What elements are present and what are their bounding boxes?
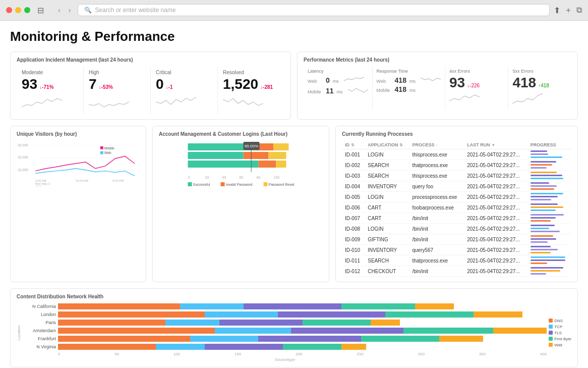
- table-row: ID-004 INVENTORY query foo 2021-05-04T02…: [342, 181, 571, 192]
- svg-text:40: 40: [222, 176, 226, 179]
- cdn-tcp-label: TCP: [554, 325, 562, 329]
- metric-label-high: High: [89, 70, 145, 75]
- table-row: ID-001 LOGIN thisprocess.exe 2021-05-04T…: [342, 149, 571, 160]
- cdn-dns-paris: [58, 320, 165, 326]
- row-1: Application Incident Management (last 24…: [10, 51, 578, 120]
- cdn-loc-london: London: [23, 312, 56, 317]
- toolbar-right: ⬆ ＋ ⧉: [554, 5, 582, 16]
- progress-bars: [531, 225, 568, 233]
- cdn-loc-nvirginia: N Virginia: [23, 344, 56, 349]
- cdn-tls-paris: [219, 320, 303, 326]
- errors5xx-val: 418: [512, 75, 536, 91]
- mobile-latency-unit: ms: [337, 89, 343, 94]
- cell-process: foobarprocess.exe: [409, 202, 464, 213]
- cell-process: /bin/init: [409, 266, 464, 277]
- forward-button[interactable]: ›: [66, 5, 74, 15]
- metric-critical: Critical 0 ↓-1: [151, 67, 218, 114]
- col-lastrun: LAST RUN ▼: [464, 141, 527, 149]
- maximize-button[interactable]: [24, 7, 30, 13]
- cdn-dns-label: DNS: [554, 319, 563, 323]
- sparkline-resolved: [223, 94, 263, 110]
- cdn-dns-amsterdam: [58, 328, 215, 334]
- svg-text:100: 100: [274, 176, 280, 179]
- cell-app: CHECKOUT: [365, 266, 409, 277]
- svg-rect-35: [221, 182, 225, 186]
- cell-app: SEARCH: [365, 160, 409, 171]
- svg-text:Web: Web: [104, 151, 111, 154]
- progress-bar: [531, 156, 562, 158]
- tabs-icon[interactable]: ⧉: [576, 6, 582, 15]
- cdn-row-nvirginia: N Virginia: [23, 344, 547, 350]
- svg-text:0: 0: [188, 176, 190, 179]
- processes-card: Currently Running Processes ID ⇅ APPLICA…: [335, 126, 578, 282]
- mobile-response-val: 418: [395, 85, 406, 93]
- sidebar-toggle-button[interactable]: ⊟: [34, 5, 47, 16]
- cdn-tcp-frankfurt: [190, 336, 259, 342]
- cdn-title: Content Distribution Network Health: [17, 294, 571, 299]
- progress-bar: [531, 262, 547, 264]
- col-process: PROCESS ↑: [409, 141, 464, 149]
- cell-lastrun: 2021-05-04T02:29:27...: [464, 224, 527, 234]
- progress-bar: [531, 196, 558, 197]
- cdn-tls-nvirginia: [205, 344, 283, 350]
- cell-progress: [527, 234, 571, 245]
- cdn-wait-icon: [549, 343, 553, 347]
- cdn-loc-ncal: N California: [23, 304, 56, 309]
- cdn-x-250: 250: [357, 352, 363, 356]
- table-row: ID-010 INVENTORY query567 2021-05-04T02:…: [342, 245, 571, 255]
- metric-value-resolved: 1,520 ↓-281: [223, 76, 279, 92]
- cell-id: ID-011: [342, 255, 365, 266]
- progress-bar: [531, 273, 546, 275]
- cdn-tcp-paris: [165, 320, 219, 326]
- cell-process: thisprocess.exe: [409, 171, 464, 181]
- cdn-wait-paris: [371, 320, 400, 326]
- cdn-tls-london: [278, 311, 385, 318]
- performance-metrics: Latency Web 0 ms Mobile 11 ms: [304, 67, 571, 110]
- incident-title: Application Incident Management (last 24…: [17, 57, 284, 63]
- cdn-wait-london: [474, 311, 522, 318]
- cdn-tcp-london: [205, 311, 278, 318]
- back-button[interactable]: ‹: [55, 5, 64, 15]
- cdn-x-100: 100: [173, 352, 180, 356]
- processes-table: ID ⇅ APPLICATION ⇅ PROCESS ↑ LAST RUN ▼ …: [342, 141, 571, 277]
- cell-id: ID-006: [342, 202, 365, 213]
- progress-bars: [531, 235, 568, 243]
- nav-buttons: ‹ ›: [55, 5, 74, 15]
- close-button[interactable]: [6, 7, 12, 13]
- sparkline-high: [89, 94, 129, 110]
- svg-text:10:00 AM: 10:00 AM: [76, 179, 88, 182]
- table-row: ID-002 SEARCH thatprocess.exe 2021-05-04…: [342, 160, 571, 171]
- cell-app: CART: [365, 202, 409, 213]
- cell-progress: [527, 181, 571, 192]
- progress-bar: [531, 175, 562, 176]
- cdn-x-50: 50: [114, 352, 119, 356]
- row-3: Content Distribution Network Health Loca…: [10, 288, 578, 367]
- performance-card: Performance Metrics (last 24 hours) Late…: [297, 51, 578, 120]
- web-latency-val: 0: [326, 76, 330, 84]
- progress-bars: [531, 256, 568, 265]
- cell-app: INVENTORY: [365, 245, 409, 255]
- cell-progress: [527, 224, 571, 234]
- visitors-card: Unique Visitors (by hour) 30,000 20,000 …: [10, 126, 146, 282]
- cell-app: SEARCH: [365, 171, 409, 181]
- cdn-legend-tls: TLS: [549, 331, 571, 335]
- svg-text:Mobile: Mobile: [104, 146, 114, 150]
- metric-change-moderate: ↓-71%: [39, 84, 53, 90]
- progress-bar: [531, 225, 555, 226]
- errors5xx-label: 5xx Errors: [512, 69, 567, 74]
- cell-id: ID-004: [342, 181, 365, 192]
- minimize-button[interactable]: [15, 7, 21, 13]
- progress-bar: [531, 199, 551, 200]
- progress-bar: [531, 150, 547, 152]
- share-icon[interactable]: ⬆: [554, 6, 560, 15]
- new-tab-icon[interactable]: ＋: [564, 5, 572, 16]
- latency-block: Latency Web 0 ms Mobile 11 ms: [304, 67, 373, 110]
- address-bar[interactable]: 🔍 Search or enter website name: [78, 4, 550, 16]
- metric-value-high: 7 ↓-53%: [89, 76, 145, 92]
- web-label: Web: [308, 79, 323, 84]
- cdn-dns-frankfurt: [58, 336, 190, 342]
- table-row: ID-009 GIFTING /bin/init 2021-05-04T02:2…: [342, 234, 571, 245]
- cdn-dns-london: [58, 311, 205, 318]
- svg-rect-37: [264, 182, 268, 186]
- cell-app: INVENTORY: [365, 181, 409, 192]
